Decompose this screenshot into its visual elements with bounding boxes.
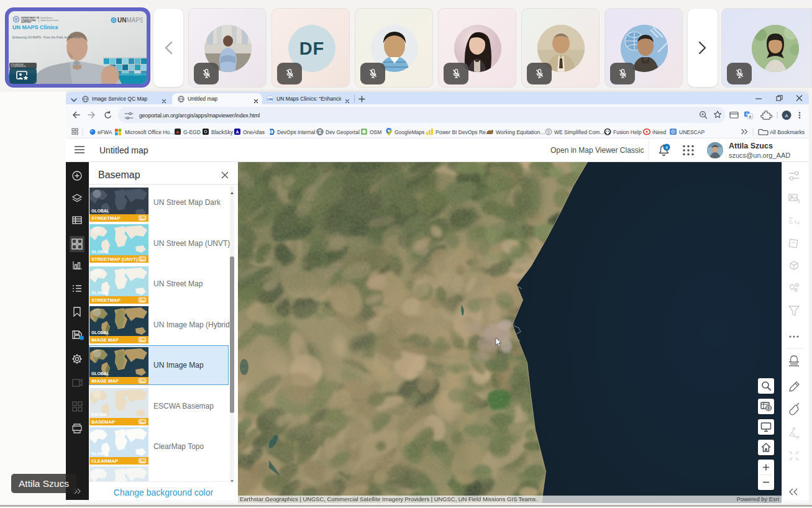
svg-text:Working Equitation…: Working Equitation… [496, 129, 545, 135]
svg-text:CLEARMAP: CLEARMAP [91, 458, 118, 464]
svg-text:STREETMAP (UNVT): STREETMAP (UNVT) [91, 256, 138, 262]
svg-text:ESCWA: ESCWA [91, 412, 107, 417]
svg-text:GoogleMaps: GoogleMaps [395, 129, 424, 135]
svg-text:GLOBAL: GLOBAL [91, 250, 109, 254]
svg-text:UNMAPS: UNMAPS [117, 17, 143, 24]
svg-text:STREETMAP: STREETMAP [91, 297, 121, 303]
svg-text:Power BI DevOps Re…: Power BI DevOps Re… [436, 129, 491, 135]
svg-text:G-EGD: G-EGD [183, 129, 201, 135]
svg-text:SUPPORT: SUPPORT [21, 21, 32, 23]
svg-text:Fusion Help: Fusion Help [613, 129, 642, 135]
svg-text:GLOBAL: GLOBAL [91, 451, 109, 456]
svg-text:OSM: OSM [370, 129, 381, 135]
svg-text:GLOBAL: GLOBAL [91, 209, 109, 213]
svg-text:Enhancing UN MAPS - From the F: Enhancing UN MAPS - From the Field, for … [12, 36, 80, 39]
svg-text:GLOBAL: GLOBAL [91, 291, 109, 295]
svg-text:iNeed: iNeed [652, 129, 666, 135]
svg-text:BlackSky: BlackSky [211, 129, 234, 135]
svg-text:a: a [749, 114, 751, 119]
svg-text:STREETMAP: STREETMAP [91, 215, 121, 221]
svg-text:4: 4 [665, 145, 668, 150]
svg-text:Global Service Center: Global Service Center [40, 19, 58, 22]
svg-text:Microsoft Office Ho…: Microsoft Office Ho… [125, 129, 175, 135]
svg-text:BASEMAP: BASEMAP [91, 419, 115, 425]
svg-text:UNESCAP: UNESCAP [679, 129, 705, 135]
svg-text:Dev Geoportal: Dev Geoportal [326, 129, 360, 135]
svg-text:GLOBAL: GLOBAL [91, 371, 109, 376]
svg-text:DevOps Internal: DevOps Internal [277, 129, 316, 135]
svg-text:OneAtlas: OneAtlas [243, 129, 265, 135]
svg-text:Tx: Tx [794, 220, 800, 225]
svg-text:IMAGE MAP: IMAGE MAP [91, 337, 119, 343]
svg-text:WE Simplified Com…: WE Simplified Com… [554, 129, 605, 135]
svg-text:UN: UN [267, 98, 273, 101]
svg-text:All Bookmarks: All Bookmarks [770, 129, 805, 135]
svg-text:GLOBAL: GLOBAL [91, 330, 109, 335]
svg-text:A: A [785, 113, 788, 119]
svg-text:A: A [235, 130, 239, 134]
svg-text:IMAGE MAP: IMAGE MAP [91, 378, 119, 384]
svg-text:eFWA: eFWA [98, 129, 112, 135]
